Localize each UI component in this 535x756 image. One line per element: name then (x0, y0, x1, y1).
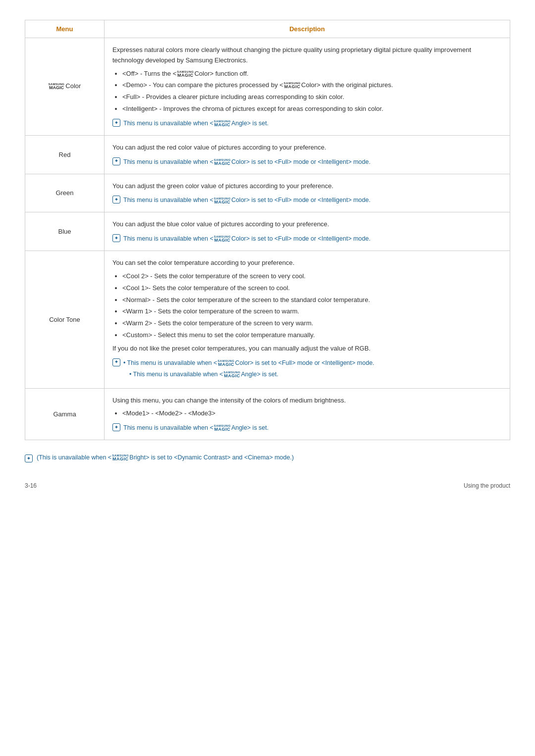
color-tone-label: Color Tone (49, 316, 80, 323)
green-intro: You can adjust the green color value of … (112, 181, 502, 192)
cell-menu-color-tone: Color Tone (25, 251, 105, 388)
green-label: Green (55, 189, 73, 197)
header-menu-col: Menu (25, 20, 105, 38)
table-row: SAMSUNG MAGIC Color Expresses natural co… (25, 38, 510, 136)
table-header: Menu Description (25, 20, 510, 38)
cell-desc-blue: You can adjust the blue color value of p… (105, 212, 510, 251)
list-item: <Custom> - Select this menu to set the c… (122, 330, 502, 341)
green-note: ✦ This menu is unavailable when <SAMSUNG… (112, 195, 502, 205)
cell-menu-gamma: Gamma (25, 389, 105, 440)
list-item: <Demo> - You can compare the pictures pr… (122, 80, 502, 91)
color-tone-intro: You can set the color temperature accord… (112, 258, 502, 268)
gamma-label: Gamma (53, 410, 76, 418)
magic-color-intro: Expresses natural colors more clearly wi… (112, 45, 502, 66)
note-icon: ✦ (112, 196, 120, 203)
cell-desc-magic-color: Expresses natural colors more clearly wi… (105, 38, 510, 135)
cell-desc-gamma: Using this menu, you can change the inte… (105, 389, 510, 440)
note-icon: ✦ (112, 157, 120, 165)
blue-note: ✦ This menu is unavailable when <SAMSUNG… (112, 234, 502, 244)
list-item: <Cool 1>- Sets the color temperature of … (122, 283, 502, 294)
table-row: Blue You can adjust the blue color value… (25, 212, 510, 251)
magic-color-label: SAMSUNG MAGIC Color (49, 82, 81, 91)
color-tone-extra: If you do not like the preset color temp… (112, 344, 502, 354)
footer-note-icon: ✦ (25, 454, 33, 462)
color-tone-notes: ✦ • This menu is unavailable when <SAMSU… (112, 358, 502, 379)
note-text: • This menu is unavailable when <SAMSUNG… (123, 358, 374, 368)
red-intro: You can adjust the red color value of pi… (112, 143, 502, 153)
note-text: This menu is unavailable when <SAMSUNGMA… (123, 157, 371, 167)
cell-menu-blue: Blue (25, 212, 105, 251)
table-row: Gamma Using this menu, you can change th… (25, 389, 510, 440)
note-icon: ✦ (112, 234, 120, 242)
list-item: <Warm 1> - Sets the color temperature of… (122, 306, 502, 317)
list-item: <Warm 2> - Sets the color temperature of… (122, 318, 502, 329)
list-item: <Full> - Provides a clearer picture incl… (122, 92, 502, 102)
page-footer: 3-16 Using the product (25, 482, 510, 489)
note-text: This menu is unavailable when <SAMSUNGMA… (123, 118, 268, 128)
cell-menu-red: Red (25, 136, 105, 174)
list-item: <Off> - Turns the <SAMSUNGMAGICColor> fu… (122, 69, 502, 79)
note-text: This menu is unavailable when <SAMSUNGMA… (123, 195, 371, 205)
footer-note: ✦ (This is unavailable when <SAMSUNGMAGI… (25, 454, 510, 462)
note-text: This menu is unavailable when <SAMSUNGMA… (123, 423, 268, 433)
table-row: Color Tone You can set the color tempera… (25, 251, 510, 388)
list-item: <Intelligent> - Improves the chroma of p… (122, 104, 502, 114)
color-tone-bullets: <Cool 2> - Sets the color temperature of… (122, 271, 502, 341)
note-text: This menu is unavailable when <SAMSUNGMA… (123, 234, 371, 244)
table-wrapper: Menu Description SAMSUNG MAGIC Color Exp… (25, 20, 510, 440)
gamma-bullets: <Mode1> - <Mode2> - <Mode3> (122, 408, 502, 419)
page-label: Using the product (464, 482, 510, 489)
page-number: 3-16 (25, 482, 37, 489)
list-item: <Normal> - Sets the color temperature of… (122, 295, 502, 305)
magic-color-note: ✦ This menu is unavailable when <SAMSUNG… (112, 118, 502, 128)
note-icon: ✦ (112, 423, 120, 431)
footer-note-text: (This is unavailable when <SAMSUNGMAGICB… (37, 454, 294, 461)
cell-menu-magic-color: SAMSUNG MAGIC Color (25, 38, 105, 135)
cell-desc-green: You can adjust the green color value of … (105, 174, 510, 212)
magic-color-bullets: <Off> - Turns the <SAMSUNGMAGICColor> fu… (122, 69, 502, 114)
blue-intro: You can adjust the blue color value of p… (112, 219, 502, 230)
cell-menu-green: Green (25, 174, 105, 212)
gamma-note: ✦ This menu is unavailable when <SAMSUNG… (112, 423, 502, 433)
red-label: Red (59, 151, 71, 158)
red-note: ✦ This menu is unavailable when <SAMSUNG… (112, 157, 502, 167)
cell-desc-red: You can adjust the red color value of pi… (105, 136, 510, 174)
note-icon: ✦ (112, 119, 120, 127)
list-item: <Cool 2> - Sets the color temperature of… (122, 271, 502, 282)
table-row: Red You can adjust the red color value o… (25, 136, 510, 174)
gamma-intro: Using this menu, you can change the inte… (112, 396, 502, 406)
cell-desc-color-tone: You can set the color temperature accord… (105, 251, 510, 388)
blue-label: Blue (58, 228, 71, 235)
color-tone-note-1: ✦ • This menu is unavailable when <SAMSU… (112, 358, 502, 379)
note-text-2: • This menu is unavailable when <SAMSUNG… (129, 369, 374, 379)
table-row: Green You can adjust the green color val… (25, 174, 510, 213)
list-item: <Mode1> - <Mode2> - <Mode3> (122, 408, 502, 419)
note-icon: ✦ (112, 358, 120, 366)
header-desc-col: Description (105, 20, 510, 38)
